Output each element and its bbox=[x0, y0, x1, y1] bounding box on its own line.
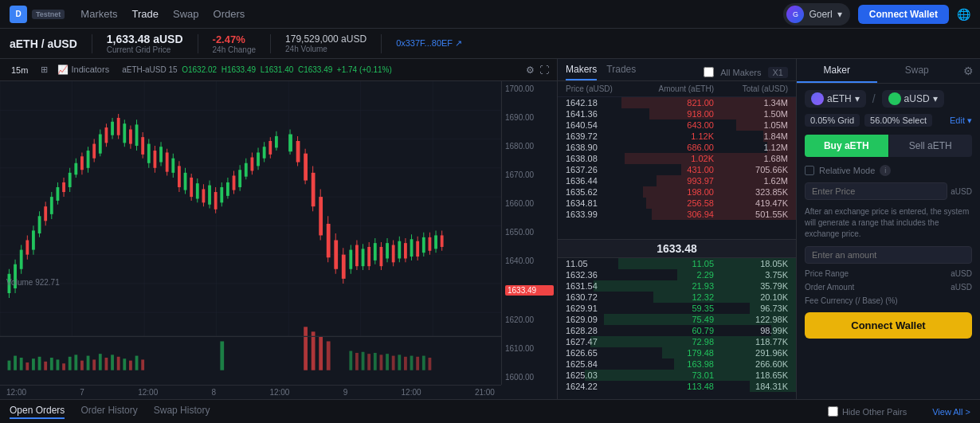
timeframe-15m[interactable]: 15m bbox=[8, 64, 31, 76]
price-change: -2.47% bbox=[213, 33, 245, 45]
header: D Testnet Markets Trade Swap Orders G Go… bbox=[0, 0, 980, 29]
from-token-selector[interactable]: aETH ▾ bbox=[805, 90, 866, 108]
ask-row[interactable]: 1636.44 993.97 1.62M bbox=[558, 175, 796, 186]
grid-badge[interactable]: 0.05% Grid bbox=[805, 114, 860, 127]
svg-rect-166 bbox=[74, 354, 77, 370]
tab-makers[interactable]: Makers bbox=[566, 64, 597, 80]
svg-rect-193 bbox=[410, 356, 414, 370]
nav-trade[interactable]: Trade bbox=[132, 6, 159, 22]
ask-row[interactable]: 1640.54 643.00 1.05M bbox=[558, 119, 796, 131]
nav-markets[interactable]: Markets bbox=[80, 6, 117, 22]
svg-rect-187 bbox=[374, 353, 377, 370]
order-amount-label: Order Amount bbox=[805, 283, 854, 292]
tab-swap[interactable]: Swap bbox=[877, 59, 958, 83]
svg-rect-181 bbox=[319, 336, 323, 370]
amount-row bbox=[797, 243, 980, 267]
svg-rect-156 bbox=[14, 356, 17, 370]
from-token-label: aETH bbox=[827, 93, 852, 104]
tab-trades[interactable]: Trades bbox=[606, 64, 636, 80]
bid-row[interactable]: 1628.28 60.79 98.99K bbox=[558, 325, 796, 336]
all-makers-checkbox[interactable] bbox=[704, 67, 714, 77]
bid-row[interactable]: 1631.54 21.93 35.79K bbox=[558, 280, 796, 292]
ask-row[interactable]: 1634.81 256.58 419.47K bbox=[558, 198, 796, 209]
nav-swap[interactable]: Swap bbox=[173, 6, 199, 22]
panel-settings-icon[interactable]: ⚙ bbox=[957, 59, 980, 83]
svg-rect-158 bbox=[25, 362, 29, 370]
bottom-tab-open-orders[interactable]: Open Orders bbox=[10, 405, 65, 419]
ask-row[interactable]: 1641.36 918.00 1.50M bbox=[558, 108, 796, 119]
svg-rect-185 bbox=[362, 352, 365, 370]
svg-rect-177 bbox=[141, 359, 144, 370]
indicators-button[interactable]: 📈 Indicators bbox=[57, 65, 109, 75]
fee-label: Fee Currency (/ Base) (%) bbox=[805, 296, 898, 305]
exchange-info: After an exchange price is entered, the … bbox=[797, 203, 980, 243]
ask-row[interactable]: 1638.08 1.02K 1.68M bbox=[558, 153, 796, 164]
connect-wallet-button[interactable]: Connect Wallet bbox=[858, 5, 949, 24]
globe-icon[interactable]: 🌐 bbox=[957, 8, 970, 21]
svg-rect-157 bbox=[20, 358, 23, 370]
bottom-tab-swap-history[interactable]: Swap History bbox=[154, 405, 210, 419]
to-token-selector[interactable]: aUSD ▾ bbox=[882, 90, 944, 108]
bid-row[interactable]: 1629.91 59.35 96.73K bbox=[558, 303, 796, 314]
amount-input[interactable] bbox=[805, 246, 972, 264]
subheader: aETH / aUSD 1,633.48 aUSD Current Grid P… bbox=[0, 29, 980, 59]
select-badge[interactable]: 56.00% Select bbox=[864, 114, 932, 127]
token-dropdown-icon: ▾ bbox=[855, 93, 860, 104]
nav-orders[interactable]: Orders bbox=[214, 6, 245, 22]
price-input-row: aUSD bbox=[797, 179, 980, 203]
svg-rect-175 bbox=[129, 361, 132, 370]
svg-rect-161 bbox=[44, 362, 47, 370]
header-right: G Goerl ▾ Connect Wallet 🌐 bbox=[783, 3, 970, 25]
expand-icon[interactable]: ⛶ bbox=[539, 65, 549, 76]
bid-row[interactable]: 1630.72 12.32 20.10K bbox=[558, 292, 796, 303]
fee-row: Fee Currency (/ Base) (%) bbox=[797, 294, 980, 307]
bid-row[interactable]: 1627.47 72.98 118.77K bbox=[558, 336, 796, 347]
ask-row[interactable]: 1638.90 686.00 1.12M bbox=[558, 142, 796, 153]
svg-rect-174 bbox=[123, 358, 126, 370]
bottom-tab-order-history[interactable]: Order History bbox=[80, 405, 137, 419]
svg-rect-172 bbox=[111, 354, 114, 370]
connect-wallet-main-button[interactable]: Connect Wallet bbox=[805, 312, 972, 339]
relative-mode-info-icon[interactable]: i bbox=[880, 165, 891, 176]
contract-address[interactable]: 0x337F...80EF ↗ bbox=[396, 38, 462, 49]
ask-row[interactable]: 1637.26 431.00 705.66K bbox=[558, 164, 796, 175]
ask-row[interactable]: 1642.18 821.00 1.34M bbox=[558, 97, 796, 108]
settings-icon[interactable]: ⚙ bbox=[526, 65, 535, 76]
bid-row[interactable]: 11.05 11.05 18.05K bbox=[558, 258, 796, 269]
ask-row[interactable]: 1633.99 306.94 501.55K bbox=[558, 209, 796, 220]
svg-rect-162 bbox=[50, 358, 53, 370]
main-nav: Markets Trade Swap Orders bbox=[80, 6, 245, 22]
bid-row[interactable]: 1632.36 2.29 3.75K bbox=[558, 269, 796, 280]
chart-canvas: 1700.00 1690.00 1680.00 1670.00 1660.00 … bbox=[0, 81, 557, 399]
ask-row[interactable]: 1639.72 1.12K 1.84M bbox=[558, 131, 796, 142]
volume-label: 24h Volume bbox=[285, 45, 367, 53]
view-all-button[interactable]: View All > bbox=[932, 407, 970, 417]
sell-button[interactable]: Sell aETH bbox=[889, 135, 973, 157]
chart-area: 15m ⊞ 📈 Indicators aETH-aUSD 15 O1632.02… bbox=[0, 59, 558, 399]
hide-others-checkbox[interactable] bbox=[828, 406, 838, 417]
relative-mode-checkbox[interactable] bbox=[805, 166, 814, 175]
logo-icon: D bbox=[10, 6, 27, 23]
relative-mode-row: Relative Mode i bbox=[797, 162, 980, 179]
volume-value: 179,529,000 aUSD bbox=[285, 33, 367, 45]
x1-badge[interactable]: X1 bbox=[768, 67, 788, 78]
bid-row[interactable]: 1626.65 179.48 291.96K bbox=[558, 347, 796, 358]
svg-rect-165 bbox=[69, 357, 72, 370]
ausd-icon bbox=[888, 92, 901, 105]
ask-row[interactable]: 1635.62 198.00 323.85K bbox=[558, 186, 796, 198]
bid-row[interactable]: 1624.22 113.48 184.31K bbox=[558, 381, 796, 392]
edit-button[interactable]: Edit ▾ bbox=[950, 116, 972, 126]
buy-button[interactable]: Buy aETH bbox=[805, 135, 888, 157]
change-label: 24h Change bbox=[213, 45, 257, 54]
price-input[interactable] bbox=[805, 182, 947, 200]
volume-info: 179,529,000 aUSD 24h Volume bbox=[285, 33, 367, 53]
chart-type-icon[interactable]: ⊞ bbox=[37, 63, 51, 76]
bid-row[interactable]: 1625.84 163.98 266.60K bbox=[558, 358, 796, 370]
tab-maker[interactable]: Maker bbox=[797, 59, 877, 83]
bid-row[interactable]: 1625.03 73.01 118.65K bbox=[558, 370, 796, 381]
current-price-info: 1,633.48 aUSD Current Grid Price bbox=[107, 33, 183, 54]
bid-row[interactable]: 1629.09 75.49 122.98K bbox=[558, 314, 796, 325]
user-pill[interactable]: G Goerl ▾ bbox=[783, 3, 849, 25]
svg-rect-155 bbox=[8, 361, 11, 370]
price-axis: 1700.00 1690.00 1680.00 1670.00 1660.00 … bbox=[501, 81, 557, 385]
